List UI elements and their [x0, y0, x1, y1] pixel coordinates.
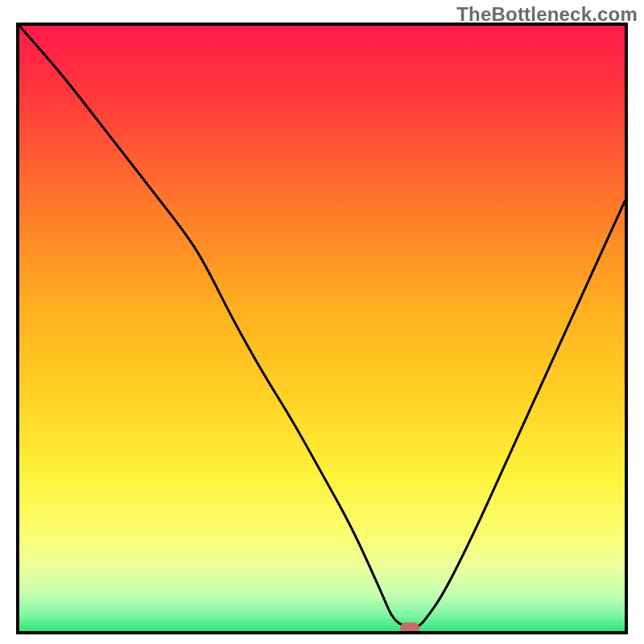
chart-root: TheBottleneck.com [0, 0, 644, 644]
plot-area [19, 26, 625, 631]
plot-frame [16, 23, 628, 634]
watermark-text: TheBottleneck.com [456, 3, 638, 26]
chart-svg [19, 26, 625, 631]
minimum-marker [400, 622, 419, 631]
gradient-background [19, 26, 625, 631]
